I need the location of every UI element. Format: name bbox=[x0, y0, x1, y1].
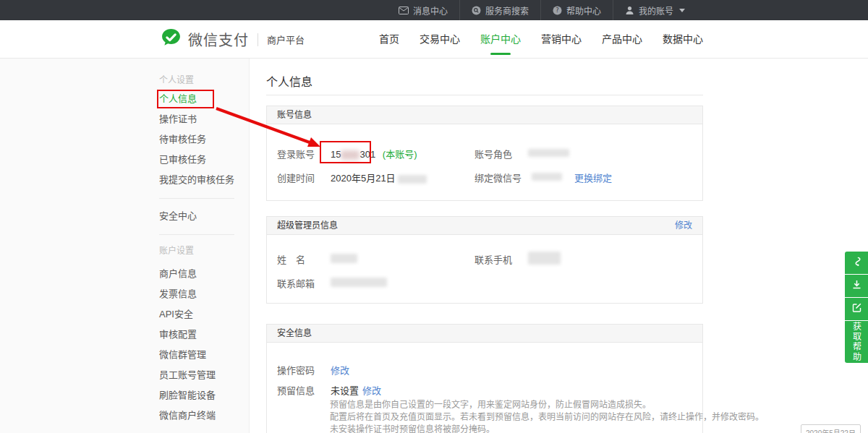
reserved-info-help-line3: 未安装操作证书时预留信息将被部分掩码。 bbox=[330, 424, 764, 433]
date-tooltip: 2020年5月22日 bbox=[801, 424, 861, 433]
super-admin-card-header: 超级管理员信息 修改 bbox=[267, 217, 702, 235]
security-info-card-header: 安全信息 bbox=[267, 325, 702, 343]
logo-text: 微信支付 bbox=[188, 29, 249, 50]
reserved-info-status: 未设置 bbox=[331, 383, 359, 397]
sidebar-item-face-smart-device[interactable]: 刷脸智能设备 bbox=[159, 385, 249, 406]
header: 微信支付 商户平台 首页 交易中心 账户中心 营销中心 产品中心 数据中心 bbox=[0, 20, 868, 59]
edit-password-link[interactable]: 修改 bbox=[331, 363, 349, 377]
login-account-suffix: 301 bbox=[359, 149, 375, 160]
topbar-item-provider-search[interactable]: 服务商搜索 bbox=[459, 0, 540, 20]
redacted-contact-email bbox=[331, 278, 387, 287]
topbar-item-label: 我的账号 bbox=[639, 4, 673, 17]
created-time-label: 创建时间 bbox=[277, 171, 315, 184]
quick-link-button[interactable] bbox=[845, 252, 868, 275]
reserved-info-help-line1: 预留信息是由你自己设置的一段文字，用来鉴定网站身份，防止假冒网站造成损失。 bbox=[330, 399, 764, 411]
portal-label: 商户平台 bbox=[267, 33, 305, 46]
nav-marketing-center[interactable]: 营销中心 bbox=[541, 20, 582, 59]
sidebar-item-security-center[interactable]: 安全中心 bbox=[159, 206, 249, 226]
sidebar-item-api-security[interactable]: API安全 bbox=[159, 304, 249, 325]
logo: 微信支付 商户平台 bbox=[161, 20, 305, 59]
wechat-pay-logo-icon bbox=[161, 27, 182, 51]
topbar-item-my-account[interactable]: 我的账号 bbox=[613, 0, 697, 20]
change-binding-link[interactable]: 更换绑定 bbox=[574, 171, 612, 184]
nav-transaction-center[interactable]: 交易中心 bbox=[420, 20, 460, 59]
topbar-item-label: 帮助中心 bbox=[566, 4, 601, 17]
topbar: 消息中心 服务商搜索 ? 帮助中心 我的账号 bbox=[0, 0, 868, 20]
login-account-value: 15301 (本账号) bbox=[331, 147, 417, 160]
sidebar-section-account-settings: 账户设置 bbox=[159, 242, 249, 260]
contact-phone-label: 联系手机 bbox=[475, 252, 512, 266]
wechat-pay-merchant-portal: 消息中心 服务商搜索 ? 帮助中心 我的账号 bbox=[0, 0, 868, 433]
account-info-card: 账号信息 登录账号 15301 (本账号) 账号角色 创建时间 2020年5月2… bbox=[266, 106, 703, 201]
contact-email-label: 联系邮箱 bbox=[277, 276, 315, 290]
edit-super-admin-link[interactable]: 修改 bbox=[675, 217, 692, 234]
get-help-button[interactable]: 获取帮助 bbox=[845, 321, 868, 363]
title-divider bbox=[266, 95, 703, 95]
sidebar-item-my-submitted-tasks[interactable]: 我提交的审核任务 bbox=[159, 170, 249, 190]
sidebar-divider bbox=[159, 198, 234, 199]
redacted-bound-wechat bbox=[532, 173, 562, 181]
floating-help-widget: 获取帮助 bbox=[845, 252, 868, 363]
nav-product-center[interactable]: 产品中心 bbox=[602, 20, 642, 59]
topbar-item-messages[interactable]: 消息中心 bbox=[387, 0, 459, 20]
redacted-contact-phone bbox=[528, 252, 561, 265]
svg-text:?: ? bbox=[556, 7, 559, 14]
download-button[interactable] bbox=[845, 275, 868, 298]
super-admin-card-title: 超级管理员信息 bbox=[277, 217, 338, 234]
sidebar-item-pending-review-tasks[interactable]: 待审核任务 bbox=[159, 129, 249, 150]
logo-separator bbox=[258, 33, 258, 46]
login-account-label: 登录账号 bbox=[277, 147, 315, 160]
redacted-created-detail bbox=[398, 175, 427, 184]
edit-reserved-info-link[interactable]: 修改 bbox=[362, 383, 381, 397]
nav-home[interactable]: 首页 bbox=[379, 20, 399, 59]
name-label: 姓 名 bbox=[277, 252, 305, 266]
topbar-item-label: 服务商搜索 bbox=[485, 4, 529, 17]
sidebar-item-staff-account-mgmt[interactable]: 员工账号管理 bbox=[159, 365, 249, 385]
topbar-item-help-center[interactable]: ? 帮助中心 bbox=[540, 0, 613, 20]
sidebar-item-wechat-merchant-terminal[interactable]: 微信商户终端 bbox=[159, 406, 249, 426]
account-role-label: 账号角色 bbox=[475, 147, 512, 160]
link-icon bbox=[851, 256, 862, 270]
main-nav: 首页 交易中心 账户中心 营销中心 产品中心 数据中心 bbox=[379, 20, 703, 59]
redacted-login-middle bbox=[341, 150, 359, 160]
user-icon bbox=[625, 6, 634, 15]
download-icon bbox=[851, 279, 862, 293]
topbar-item-label: 消息中心 bbox=[413, 4, 448, 17]
current-account-note: (本账号) bbox=[383, 149, 417, 160]
nav-account-center[interactable]: 账户中心 bbox=[480, 20, 521, 59]
sidebar-item-merchant-info[interactable]: 商户信息 bbox=[159, 264, 249, 284]
sidebar: 个人设置 个人信息 操作证书 待审核任务 已审核任务 我提交的审核任务 安全中心… bbox=[0, 59, 250, 433]
chevron-down-icon bbox=[679, 9, 685, 12]
reserved-info-label: 预留信息 bbox=[277, 383, 315, 397]
security-info-card-title: 安全信息 bbox=[277, 325, 312, 342]
sidebar-section-personal-settings: 个人设置 bbox=[159, 72, 249, 89]
reserved-info-help-line2: 配置后将在首页及充值页面显示。若未看到预留信息，表明当前访问的网站存在风险，请终… bbox=[330, 411, 764, 424]
sidebar-item-review-config[interactable]: 审核配置 bbox=[159, 325, 249, 345]
page-title: 个人信息 bbox=[266, 72, 312, 90]
redacted-account-role bbox=[528, 149, 569, 157]
sidebar-item-operation-certificate[interactable]: 操作证书 bbox=[159, 109, 249, 129]
feedback-edit-icon bbox=[851, 302, 862, 316]
nav-data-center[interactable]: 数据中心 bbox=[663, 20, 703, 59]
created-time-value: 2020年5月21日 bbox=[331, 171, 427, 184]
sidebar-divider bbox=[159, 234, 234, 235]
created-time-text: 2020年5月21日 bbox=[331, 173, 396, 184]
security-info-card: 安全信息 操作密码 修改 预留信息 未设置 修改 预留信息是由你自己设置的一段文… bbox=[266, 324, 703, 433]
operation-password-label: 操作密码 bbox=[277, 363, 315, 377]
bound-wechat-label: 绑定微信号 bbox=[475, 171, 522, 184]
reserved-info-help: 预留信息是由你自己设置的一段文字，用来鉴定网站身份，防止假冒网站造成损失。 配置… bbox=[330, 399, 764, 433]
super-admin-card: 超级管理员信息 修改 姓 名 联系手机 联系邮箱 bbox=[266, 216, 703, 304]
login-account-prefix: 15 bbox=[331, 149, 341, 160]
mail-icon bbox=[399, 7, 409, 14]
account-info-card-title: 账号信息 bbox=[277, 106, 312, 124]
search-circle-icon bbox=[472, 6, 481, 15]
feedback-button[interactable] bbox=[845, 298, 868, 321]
help-circle-icon: ? bbox=[553, 6, 562, 15]
redacted-name bbox=[331, 254, 357, 263]
account-info-card-header: 账号信息 bbox=[267, 106, 702, 124]
sidebar-item-invoice-info[interactable]: 发票信息 bbox=[159, 284, 249, 304]
topbar-menu: 消息中心 服务商搜索 ? 帮助中心 我的账号 bbox=[387, 0, 697, 20]
sidebar-item-personal-info[interactable]: 个人信息 bbox=[159, 89, 249, 109]
sidebar-item-wechat-group-mgmt[interactable]: 微信群管理 bbox=[159, 345, 249, 365]
sidebar-item-reviewed-tasks[interactable]: 已审核任务 bbox=[159, 150, 249, 170]
